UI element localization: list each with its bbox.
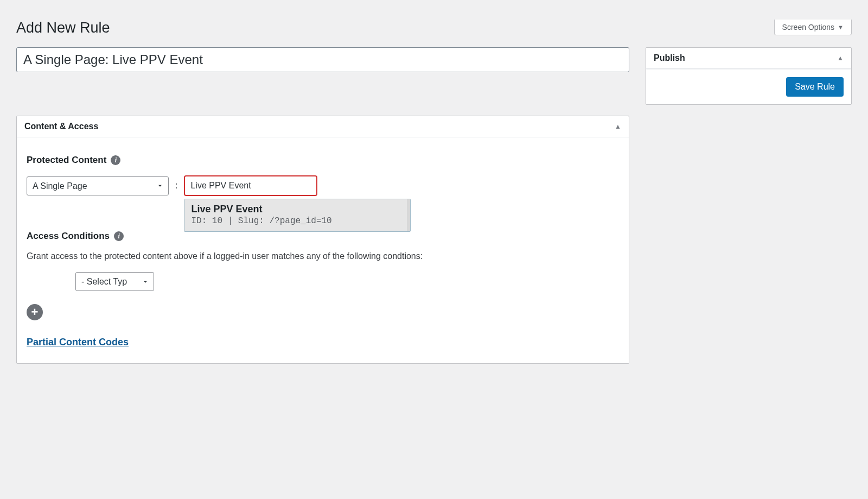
info-icon[interactable]: i [111, 155, 120, 165]
plus-icon: + [31, 306, 39, 318]
access-conditions-heading: Access Conditions i [27, 231, 619, 242]
info-icon[interactable]: i [114, 231, 124, 241]
separator-colon: : [175, 181, 177, 191]
access-conditions-description: Grant access to the protected content ab… [27, 251, 619, 261]
content-access-header[interactable]: Content & Access ▲ [17, 116, 629, 137]
autocomplete-item[interactable]: Live PPV Event ID: 10 | Slug: /?page_id=… [184, 199, 410, 231]
save-rule-button[interactable]: Save Rule [786, 77, 844, 97]
screen-options-label: Screen Options [782, 23, 835, 31]
publish-header[interactable]: Publish ▲ [646, 48, 851, 69]
content-access-box: Content & Access ▲ Protected Content i A… [16, 116, 629, 364]
publish-box: Publish ▲ Save Rule [646, 47, 852, 105]
content-type-select[interactable]: A Single Page [27, 176, 169, 195]
page-title: Add New Rule [16, 20, 852, 36]
autocomplete-item-title: Live PPV Event [191, 204, 400, 215]
rule-title-input[interactable] [16, 47, 629, 72]
collapse-up-icon[interactable]: ▲ [615, 123, 621, 130]
access-conditions-label: Access Conditions [27, 231, 110, 242]
collapse-up-icon[interactable]: ▲ [837, 54, 844, 62]
condition-type-select[interactable]: - Select Typ [75, 272, 154, 291]
protected-content-heading: Protected Content i [27, 155, 619, 166]
autocomplete-dropdown: Live PPV Event ID: 10 | Slug: /?page_id=… [184, 199, 411, 232]
page-search-input[interactable] [184, 175, 317, 196]
publish-title: Publish [654, 53, 685, 63]
autocomplete-item-meta: ID: 10 | Slug: /?page_id=10 [191, 216, 400, 226]
screen-options-toggle[interactable]: Screen Options ▼ [774, 20, 852, 35]
add-condition-button[interactable]: + [27, 304, 43, 320]
chevron-down-icon: ▼ [838, 24, 844, 30]
partial-content-codes-link[interactable]: Partial Content Codes [27, 337, 129, 348]
content-access-title: Content & Access [24, 122, 98, 131]
protected-content-label: Protected Content [27, 155, 106, 166]
